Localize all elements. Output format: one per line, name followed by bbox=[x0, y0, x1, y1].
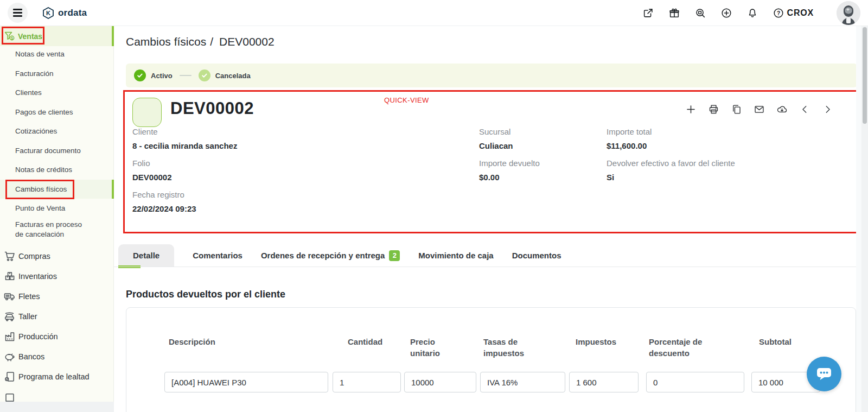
sidebar-item-facturas-en-proceso[interactable]: Facturas en proceso de cancelación bbox=[0, 218, 113, 247]
check-circle-active-icon bbox=[134, 69, 146, 81]
help-circle-icon: ? bbox=[773, 7, 784, 19]
sidebar-item-punto-de-venta[interactable]: Punto de Venta bbox=[0, 199, 113, 218]
plus-circle-icon[interactable] bbox=[720, 7, 732, 19]
sidebar-section-ventas[interactable]: $ Ventas bbox=[0, 26, 113, 46]
quick-view-actions bbox=[685, 104, 833, 115]
loyalty-card-icon bbox=[3, 370, 16, 383]
astronaut-avatar-icon bbox=[837, 1, 860, 25]
email-icon[interactable] bbox=[754, 104, 765, 115]
sidebar-item-clientes[interactable]: Clientes bbox=[0, 83, 113, 103]
app-logo[interactable]: K ordata bbox=[42, 7, 87, 20]
field-value: $0.00 bbox=[479, 172, 540, 183]
field-label: Cliente bbox=[132, 126, 237, 137]
scrollbar-thumb[interactable] bbox=[863, 27, 867, 124]
sidebar-section-label: Compras bbox=[18, 252, 50, 261]
chat-fab-button[interactable] bbox=[807, 357, 841, 391]
sidebar-section-bancos[interactable]: Bancos bbox=[0, 346, 113, 366]
quick-view-column-2: Sucursal Culiacan Importe devuelto $0.00 bbox=[479, 126, 540, 189]
tab-movimiento-caja[interactable]: Movimiento de caja bbox=[418, 244, 493, 267]
tab-ordenes[interactable]: Ordenes de recepción y entrega 2 bbox=[261, 244, 400, 267]
gift-icon[interactable] bbox=[668, 7, 680, 19]
field-cliente: Cliente 8 - cecilia miranda sanchez bbox=[132, 126, 237, 151]
status-step-activo: Activo bbox=[151, 72, 173, 80]
sidebar: $ Ventas Notas de venta Facturación Clie… bbox=[0, 26, 114, 402]
copy-icon[interactable] bbox=[731, 104, 742, 115]
car-workshop-icon bbox=[3, 310, 16, 323]
menu-hamburger-button[interactable] bbox=[8, 3, 28, 23]
column-header-tasas-impuestos: Tasas de impuestos bbox=[483, 336, 540, 359]
sales-funnel-icon: $ bbox=[4, 30, 16, 42]
sidebar-section-taller[interactable]: Taller bbox=[0, 306, 113, 326]
main-content: Cambios físicos/DEV00002 Activo Cancelad… bbox=[114, 26, 861, 412]
field-label: Folio bbox=[132, 158, 237, 169]
porcentaje-descuento-input[interactable] bbox=[646, 372, 744, 392]
print-icon[interactable] bbox=[708, 104, 719, 115]
sidebar-section-programa-lealtad[interactable]: Programa de lealtad bbox=[0, 366, 113, 386]
factory-icon bbox=[3, 330, 16, 343]
sidebar-section-inventarios[interactable]: Inventarios bbox=[0, 266, 113, 286]
field-value: Si bbox=[607, 172, 735, 183]
cart-icon bbox=[3, 250, 16, 263]
tab-detalle[interactable]: Detalle bbox=[118, 244, 174, 267]
sidebar-item-pagos-de-clientes[interactable]: Pagos de clientes bbox=[0, 103, 113, 122]
impuestos-input[interactable] bbox=[569, 372, 639, 392]
quick-view-column-3: Importe total $11,600.00 Devolver efecti… bbox=[607, 126, 735, 189]
tasas-impuestos-input[interactable] bbox=[480, 372, 565, 392]
tab-count-badge: 2 bbox=[389, 250, 400, 261]
help-menu[interactable]: ? CROX bbox=[773, 7, 814, 19]
add-icon[interactable] bbox=[685, 104, 697, 115]
status-step-cancelada: Cancelada bbox=[215, 72, 251, 80]
sidebar-section-produccion[interactable]: Producción bbox=[0, 326, 113, 346]
sidebar-sections: Compras Inventarios Fletes Taller Produc… bbox=[0, 246, 113, 407]
svg-text:?: ? bbox=[776, 10, 780, 16]
detail-tabs: Detalle Comentarios Ordenes de recepción… bbox=[118, 244, 561, 267]
sidebar-section-label: Fletes bbox=[18, 292, 40, 301]
bell-icon[interactable] bbox=[746, 7, 758, 19]
field-value: 8 - cecilia miranda sanchez bbox=[132, 141, 237, 151]
field-label: Importe total bbox=[607, 126, 735, 137]
sidebar-section-partial[interactable] bbox=[0, 386, 113, 407]
kordata-hexagon-icon: K bbox=[42, 7, 55, 20]
sidebar-section-compras[interactable]: Compras bbox=[0, 246, 113, 266]
products-table-card: Descripción Cantidad Precio unitario Tas… bbox=[126, 307, 856, 412]
field-label: Fecha registro bbox=[132, 189, 237, 200]
breadcrumb-section[interactable]: Cambios físicos bbox=[126, 35, 206, 48]
piggy-bank-icon bbox=[3, 350, 16, 363]
top-bar: K ordata bbox=[0, 0, 868, 26]
document-thumbnail bbox=[132, 98, 162, 127]
quick-view-annotation: QUICK-VIEW bbox=[384, 96, 429, 104]
precio-unitario-input[interactable] bbox=[404, 372, 476, 392]
sidebar-item-facturacion[interactable]: Facturación bbox=[0, 64, 113, 84]
field-label: Importe devuelto bbox=[479, 158, 540, 169]
sidebar-item-notas-de-creditos[interactable]: Notas de créditos bbox=[0, 160, 113, 180]
status-step-connector bbox=[180, 75, 192, 77]
tab-comentarios[interactable]: Comentarios bbox=[193, 244, 242, 267]
ventas-submenu: Notas de venta Facturación Clientes Pago… bbox=[0, 45, 113, 247]
boxes-icon bbox=[3, 270, 16, 283]
avatar[interactable] bbox=[837, 1, 860, 25]
sidebar-item-cambios-fisicos[interactable]: Cambios físicos bbox=[0, 180, 113, 199]
vertical-scrollbar[interactable] bbox=[861, 26, 868, 412]
hidden-item-icon bbox=[3, 390, 16, 403]
field-importe-devuelto: Importe devuelto $0.00 bbox=[479, 158, 540, 183]
external-link-icon[interactable] bbox=[642, 7, 654, 19]
tab-documentos[interactable]: Documentos bbox=[512, 244, 561, 267]
document-title: DEV00002 bbox=[170, 99, 254, 118]
check-circle-cancelada-icon bbox=[199, 69, 210, 81]
sidebar-item-facturar-documento[interactable]: Facturar documento bbox=[0, 141, 113, 161]
chevron-right-icon[interactable] bbox=[822, 104, 833, 115]
sidebar-section-fletes[interactable]: Fletes bbox=[0, 286, 113, 306]
search-icon[interactable] bbox=[694, 7, 706, 19]
cloud-download-icon[interactable] bbox=[776, 104, 788, 115]
descripcion-input[interactable] bbox=[164, 372, 328, 392]
breadcrumb: Cambios físicos/DEV00002 bbox=[126, 35, 275, 48]
sidebar-item-notas-de-venta[interactable]: Notas de venta bbox=[0, 45, 113, 64]
cantidad-input[interactable] bbox=[333, 372, 401, 392]
chevron-left-icon[interactable] bbox=[799, 104, 810, 115]
tab-label: Detalle bbox=[133, 244, 159, 267]
sidebar-item-cotizaciones[interactable]: Cotizaciónes bbox=[0, 122, 113, 141]
column-header-cantidad: Cantidad bbox=[348, 336, 382, 347]
field-devolver-efectivo: Devolver efectivo a favor del cliente Si bbox=[607, 158, 735, 183]
tabs-divider bbox=[114, 267, 861, 267]
column-header-precio-unitario: Precio unitario bbox=[410, 336, 456, 359]
